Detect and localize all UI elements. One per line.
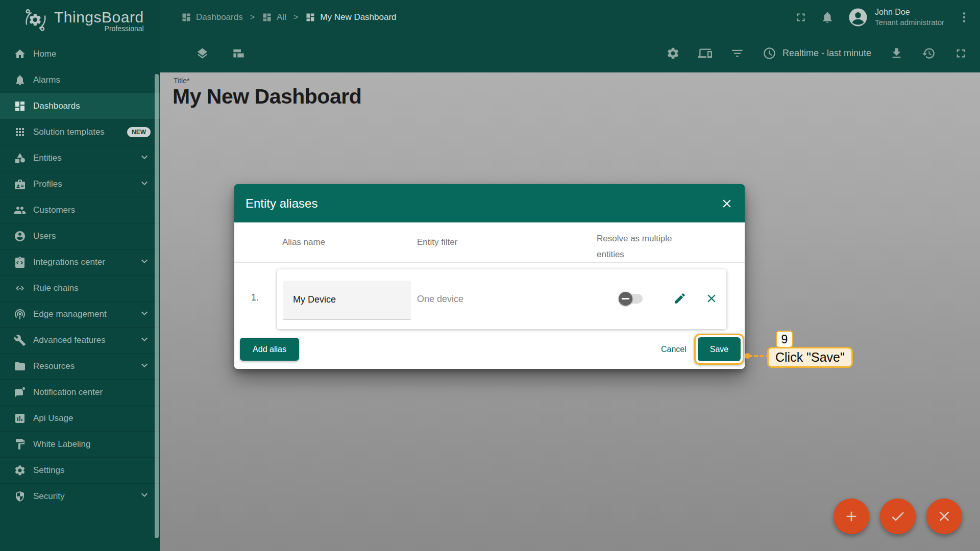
sidebar-item-home[interactable]: Home <box>0 41 160 67</box>
shapes-icon <box>14 152 26 164</box>
sidebar-item-profiles[interactable]: Profiles <box>0 171 160 197</box>
dashboards-icon <box>14 100 26 112</box>
annotation-connector-dot <box>745 353 750 359</box>
sidebar-item-rule-chains[interactable]: Rule chains <box>0 275 160 301</box>
grid-icon <box>14 126 26 138</box>
dialog-body: Alias name Entity filter Resolve as mult… <box>234 222 745 369</box>
toggle-thumb <box>619 292 632 306</box>
dialog-title: Entity aliases <box>246 196 720 211</box>
annotation-connector-line <box>748 355 770 357</box>
close-icon[interactable] <box>720 197 733 210</box>
sidebar-nav: Home Alarms Dashboards Solution template… <box>0 41 160 509</box>
sidebar-item-settings[interactable]: Settings <box>0 457 160 483</box>
user-name: John Doe <box>875 8 944 17</box>
breadcrumb-separator: > <box>293 13 298 22</box>
annotation-step-number: 9 <box>776 331 793 348</box>
top-header-bar: Dashboards > All > My New Dashboard John… <box>160 0 980 34</box>
sidebar-item-resources[interactable]: Resources <box>0 353 160 379</box>
add-alias-button[interactable]: Add alias <box>240 338 299 361</box>
discard-changes-fab[interactable] <box>926 498 962 534</box>
edit-pencil-icon[interactable] <box>673 292 687 305</box>
sidebar-item-edge-management[interactable]: Edge management <box>0 301 160 327</box>
resolve-multiple-toggle[interactable] <box>620 294 643 304</box>
user-role: Tenant administrator <box>875 18 944 27</box>
people-icon <box>14 204 26 216</box>
new-badge: NEW <box>127 127 151 137</box>
breadcrumb-separator: > <box>250 13 255 22</box>
chevron-down-icon <box>138 489 151 504</box>
folder-icon <box>14 360 26 372</box>
timewindow-button[interactable]: Realtime - last minute <box>763 46 871 60</box>
bar-chart-icon <box>14 412 26 424</box>
dialog-footer: Add alias Cancel Save <box>234 329 745 369</box>
chevron-down-icon <box>138 151 151 166</box>
sidebar-scrollbar[interactable] <box>155 74 159 538</box>
breadcrumb-all[interactable]: All <box>262 12 286 22</box>
chevron-down-icon <box>138 333 151 348</box>
timewindow-label: Realtime - last minute <box>782 48 871 59</box>
sidebar-item-api-usage[interactable]: Api Usage <box>0 405 160 431</box>
layers-icon[interactable] <box>195 46 209 60</box>
gear-icon <box>14 464 26 477</box>
antenna-icon <box>14 308 26 320</box>
manage-widgets-icon[interactable] <box>232 46 246 60</box>
sidebar-item-users[interactable]: Users <box>0 223 160 249</box>
sidebar: ThingsBoard Professional Home Alarms Das… <box>0 0 160 551</box>
user-menu[interactable]: John Doe Tenant administrator <box>847 7 944 28</box>
sidebar-item-solution-templates[interactable]: Solution templates NEW <box>0 119 160 145</box>
breadcrumb: Dashboards > All > My New Dashboard <box>181 0 397 34</box>
sidebar-item-white-labeling[interactable]: White Labeling <box>0 431 160 457</box>
rule-chain-icon <box>14 282 26 294</box>
row-number: 1. <box>251 292 259 303</box>
sidebar-item-customers[interactable]: Customers <box>0 197 160 223</box>
sidebar-item-alarms[interactable]: Alarms <box>0 67 160 93</box>
badge-icon <box>14 178 26 190</box>
add-widget-fab[interactable] <box>834 498 869 534</box>
alias-name-input[interactable]: My Device <box>283 281 411 319</box>
integration-icon <box>14 256 26 268</box>
dashboards-icon <box>262 12 272 22</box>
sidebar-item-entities[interactable]: Entities <box>0 145 160 171</box>
avatar <box>847 7 869 28</box>
dashboards-icon <box>305 12 315 22</box>
chevron-down-icon <box>138 255 151 270</box>
thingsboard-logo-icon <box>22 7 49 34</box>
sidebar-item-notification-center[interactable]: Notification center <box>0 379 160 405</box>
more-vert-icon[interactable] <box>958 11 971 24</box>
apply-changes-fab[interactable] <box>880 498 916 534</box>
shield-icon <box>14 490 26 503</box>
sidebar-item-advanced-features[interactable]: Advanced features <box>0 327 160 353</box>
check-icon <box>890 508 906 524</box>
column-alias-name: Alias name <box>282 237 325 247</box>
remove-alias-icon[interactable] <box>705 292 718 305</box>
fullscreen-icon[interactable] <box>794 11 807 24</box>
column-resolve-multiple: Resolve as multiple entities <box>597 231 678 262</box>
plus-icon <box>843 508 860 524</box>
device-states-icon[interactable] <box>698 46 712 60</box>
dashboard-title-field[interactable]: My New Dashboard <box>173 85 361 109</box>
dashboard-settings-gear-icon[interactable] <box>666 46 680 60</box>
dashboard-edit-toolbar: Realtime - last minute <box>160 34 980 72</box>
home-icon <box>14 48 26 60</box>
sidebar-item-security[interactable]: Security <box>0 483 160 509</box>
download-icon[interactable] <box>890 46 903 60</box>
save-button[interactable]: Save <box>698 337 741 361</box>
cancel-button[interactable]: Cancel <box>658 338 690 361</box>
breadcrumb-current-dashboard[interactable]: My New Dashboard <box>305 12 396 22</box>
sidebar-item-integrations-center[interactable]: Integrations center <box>0 249 160 275</box>
brand-logo[interactable]: ThingsBoard Professional <box>0 0 160 41</box>
filter-icon[interactable] <box>730 46 744 60</box>
brand-name: ThingsBoard <box>54 9 144 26</box>
dialog-header: Entity aliases <box>234 184 745 222</box>
annotation-callout: Click "Save" <box>767 347 853 368</box>
fullscreen-icon[interactable] <box>954 46 968 60</box>
tools-icon <box>14 334 26 346</box>
aliases-table-header: Alias name Entity filter Resolve as mult… <box>234 222 745 263</box>
title-field-label: Title* <box>174 77 189 85</box>
history-icon[interactable] <box>922 46 936 60</box>
chevron-down-icon <box>138 177 151 192</box>
entity-filter-value: One device <box>417 294 463 305</box>
notifications-bell-icon[interactable] <box>821 11 834 24</box>
sidebar-item-dashboards[interactable]: Dashboards <box>0 93 160 119</box>
breadcrumb-dashboards[interactable]: Dashboards <box>181 12 243 22</box>
